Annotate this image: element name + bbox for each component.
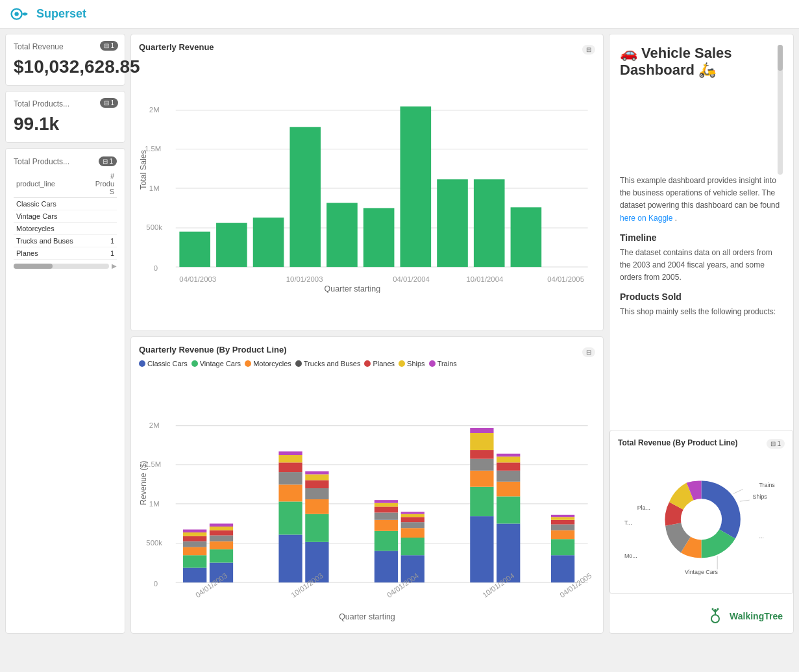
timeline-title: Timeline [620,232,783,243]
left-column: ⊟ 1 Total Revenue $10,032,628.85 ⊟ 1 Tot… [5,34,125,634]
svg-rect-59 [278,451,302,455]
svg-point-126 [717,608,719,610]
svg-rect-77 [401,522,424,528]
svg-rect-63 [305,488,328,499]
legend-label: Vintage Cars [200,360,241,367]
quarterly-revenue-title: Quarterly Revenue ⊟ [139,42,595,57]
svg-rect-45 [183,529,206,532]
table-scroll[interactable]: product_line #ProduS Classic CarsVintage… [14,170,117,260]
qbp-filter-badge[interactable]: ⊟ [582,347,595,357]
donut-chart-card: Total Revenue (By Product Line) ⊟ 1 [609,430,793,594]
svg-rect-61 [305,514,328,542]
svg-rect-47 [210,549,233,562]
legend-label: Classic Cars [147,360,188,367]
app-logo: Superset [10,7,86,21]
svg-text:Ships: Ships [753,493,768,500]
product-line-cell: Vintage Cars [14,210,88,223]
svg-rect-95 [551,555,574,582]
product-line-cell: Planes [14,247,88,260]
table-row: Classic Cars [14,198,117,210]
svg-text:04/01/2003: 04/01/2003 [179,275,216,283]
legend-label: Planes [373,360,395,367]
svg-rect-20 [474,179,505,267]
qr-filter-badge[interactable]: ⊟ [582,45,595,55]
product-count-cell [88,210,117,223]
svg-text:10/01/2004: 10/01/2004 [467,275,504,283]
filter-icon: ⊟ [104,99,109,106]
scrollbar-thumb[interactable] [778,45,783,71]
products-filter-badge[interactable]: ⊟ 1 [100,98,118,108]
svg-point-109 [681,499,722,540]
svg-text:1M: 1M [149,184,160,192]
svg-rect-99 [551,520,574,525]
svg-rect-81 [470,516,493,582]
svg-rect-17 [363,208,395,267]
table-row: Motorcycles [14,223,117,235]
svg-rect-12 [179,232,210,267]
svg-point-1 [14,12,18,16]
svg-text:T...: T... [624,519,632,526]
svg-rect-96 [551,539,574,555]
donut-filter-badge[interactable]: ⊟ 1 [767,439,785,449]
donut-chart-svg: Trains Ships Pla... T... Mo... ... Vinta… [618,455,785,584]
svg-point-120 [711,615,719,623]
svg-rect-71 [375,506,398,512]
legend-item: Trains [429,360,457,367]
svg-rect-69 [375,520,398,531]
svg-rect-70 [375,512,398,519]
branding-footer: WalkingTree [609,599,793,633]
legend-color [191,360,198,367]
right-scrollbar[interactable] [778,45,783,175]
product-count-cell: 1 [88,235,117,247]
svg-rect-66 [305,471,328,475]
svg-point-124 [714,609,717,612]
svg-rect-83 [470,471,493,487]
scroll-arrow[interactable]: ▶ [112,262,117,269]
product-count-cell [88,198,117,210]
svg-rect-18 [400,106,432,267]
table-filter-badge[interactable]: ⊟ 1 [99,156,117,166]
kaggle-link[interactable]: here on Kaggle [620,214,675,223]
horizontal-scrollbar[interactable]: ▶ [14,262,117,269]
svg-line-111 [733,489,743,493]
legend-color [399,360,405,367]
svg-text:10/01/2003: 10/01/2003 [286,275,323,283]
svg-rect-54 [278,501,302,534]
svg-rect-68 [375,531,398,551]
svg-rect-67 [375,551,398,582]
app-header: Superset [0,0,799,29]
svg-rect-40 [183,555,206,567]
legend-item: Classic Cars [139,360,188,367]
svg-text:1M: 1M [149,500,160,508]
branding-name: WalkingTree [730,611,783,621]
svg-rect-19 [437,179,468,267]
svg-rect-62 [305,499,328,514]
filter-icon: ⊟ [104,42,109,49]
svg-text:0: 0 [154,580,158,588]
right-column: 🚗 Vehicle Sales Dashboard 🛵 This example… [609,34,794,634]
product-line-cell: Classic Cars [14,198,88,210]
svg-rect-13 [216,223,247,267]
svg-rect-85 [470,450,493,459]
svg-text:0: 0 [154,264,158,272]
col-product-line[interactable]: product_line [14,170,88,198]
total-products-kpi-card: ⊟ 1 Total Products... 99.1k [5,91,125,143]
product-line-cell: Trucks and Buses [14,235,88,247]
svg-rect-80 [401,512,424,514]
svg-text:04/01/2005: 04/01/2005 [547,275,584,283]
walkingtree-icon [706,607,724,625]
legend-color [429,360,436,367]
svg-rect-49 [210,535,233,541]
svg-point-125 [712,608,714,610]
legend-color [295,360,302,367]
total-revenue-card: ⊟ 1 Total Revenue $10,032,628.85 [5,34,125,86]
svg-rect-91 [497,471,520,482]
svg-text:500k: 500k [146,223,162,231]
svg-rect-14 [253,218,284,267]
product-count-cell [88,223,117,235]
svg-rect-39 [183,567,206,582]
svg-rect-56 [278,472,302,484]
svg-rect-90 [497,482,520,497]
svg-rect-79 [401,514,424,517]
revenue-filter-badge[interactable]: ⊟ 1 [100,41,118,51]
